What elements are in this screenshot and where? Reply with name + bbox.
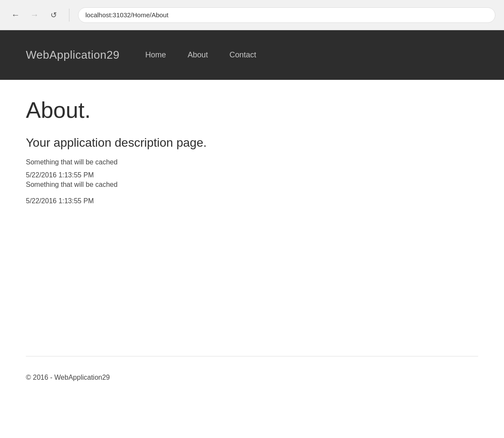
reload-button[interactable]: ↺ <box>47 8 60 22</box>
footer: © 2016 - WebApplication29 <box>0 356 504 399</box>
navbar-links: Home About Contact <box>145 50 256 60</box>
browser-chrome: ← → ↺ localhost:31032/Home/About <box>0 0 504 30</box>
nav-item-contact: Contact <box>229 50 256 60</box>
address-bar[interactable]: localhost:31032/Home/About <box>78 7 495 23</box>
nav-link-about[interactable]: About <box>188 50 208 59</box>
back-button[interactable]: ← <box>9 8 22 22</box>
reload-icon: ↺ <box>50 10 57 20</box>
forward-button[interactable]: → <box>28 8 41 22</box>
browser-nav-buttons: ← → ↺ <box>9 8 60 22</box>
navbar-brand[interactable]: WebApplication29 <box>26 48 119 62</box>
cached-label-1: Something that will be cached <box>26 158 478 166</box>
main-content: About. Your application description page… <box>0 80 504 356</box>
footer-text: © 2016 - WebApplication29 <box>26 374 478 381</box>
address-text: localhost:31032/Home/About <box>85 11 169 19</box>
back-icon: ← <box>11 10 20 20</box>
timestamp-2: 5/22/2016 1:13:55 PM <box>26 197 478 205</box>
forward-icon: → <box>30 10 39 20</box>
timestamp-1: 5/22/2016 1:13:55 PM <box>26 171 478 179</box>
app-navbar: WebApplication29 Home About Contact <box>0 30 504 80</box>
nav-divider <box>69 9 69 22</box>
nav-link-home[interactable]: Home <box>145 50 166 59</box>
nav-item-home: Home <box>145 50 166 60</box>
nav-item-about: About <box>188 50 208 60</box>
page-heading: About. <box>26 97 478 123</box>
cached-label-2: Something that will be cached <box>26 181 478 189</box>
nav-link-contact[interactable]: Contact <box>229 50 256 59</box>
page-subheading: Your application description page. <box>26 136 478 150</box>
